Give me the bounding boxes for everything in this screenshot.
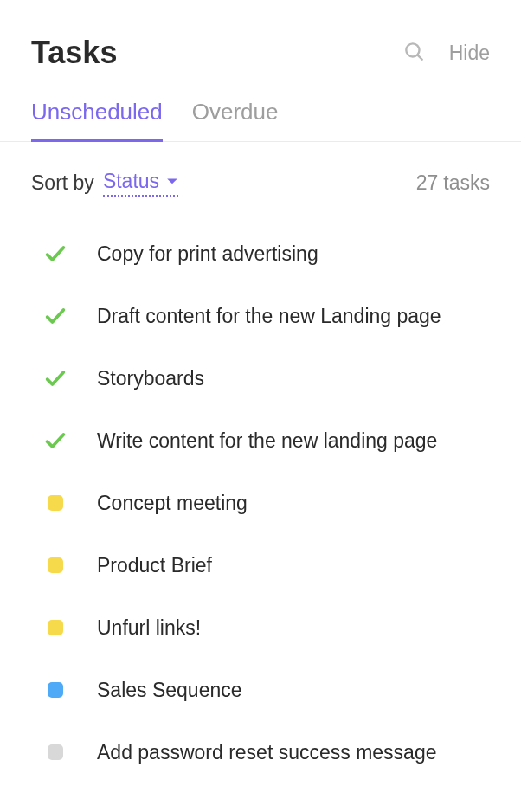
task-title: Unfurl links! <box>97 616 201 640</box>
task-title: Storyboards <box>97 367 204 390</box>
task-title: Draft content for the new Landing page <box>97 305 441 328</box>
task-title: Sales Sequence <box>97 679 242 702</box>
sort-by-label: Sort by <box>31 171 94 195</box>
task-row[interactable]: Unfurl links! <box>0 596 521 659</box>
task-row[interactable]: Add password reset success message <box>0 721 521 783</box>
task-row[interactable]: Product Brief <box>0 534 521 596</box>
task-row[interactable]: Sales Sequence <box>0 659 521 721</box>
sort-value-text: Status <box>103 170 159 193</box>
status-square-icon <box>43 553 68 577</box>
task-title: Copy for print advertising <box>97 242 318 266</box>
task-title: Write content for the new landing page <box>97 429 437 453</box>
task-count-label: tasks <box>443 171 490 194</box>
hide-button[interactable]: Hide <box>449 42 490 65</box>
svg-line-1 <box>417 55 421 60</box>
sort-by-dropdown[interactable]: Status <box>103 170 178 197</box>
task-title: Add password reset success message <box>97 741 436 764</box>
task-count-number: 27 <box>416 171 439 194</box>
check-icon <box>43 366 68 390</box>
check-icon <box>43 242 68 266</box>
status-square-icon <box>43 740 68 764</box>
task-title: Concept meeting <box>97 492 248 515</box>
task-row[interactable]: Write content for the new landing page <box>0 409 521 472</box>
check-icon <box>43 304 68 328</box>
search-icon[interactable] <box>402 40 425 66</box>
status-square-icon <box>43 491 68 515</box>
check-icon <box>43 429 68 453</box>
tab-overdue[interactable]: Overdue <box>192 99 279 141</box>
task-count: 27tasks <box>416 171 490 195</box>
status-square-icon <box>43 678 68 702</box>
task-row[interactable]: Copy for print advertising <box>0 222 521 285</box>
caret-down-icon <box>166 177 178 186</box>
tab-unscheduled[interactable]: Unscheduled <box>31 99 163 141</box>
status-square-icon <box>43 615 68 640</box>
task-row[interactable]: Draft content for the new Landing page <box>0 285 521 347</box>
task-title: Product Brief <box>97 554 212 577</box>
task-row[interactable]: Concept meeting <box>0 472 521 534</box>
task-row[interactable]: Storyboards <box>0 347 521 409</box>
page-title: Tasks <box>31 35 117 71</box>
tabs: Unscheduled Overdue <box>0 71 521 142</box>
task-list: Copy for print advertisingDraft content … <box>0 214 521 801</box>
